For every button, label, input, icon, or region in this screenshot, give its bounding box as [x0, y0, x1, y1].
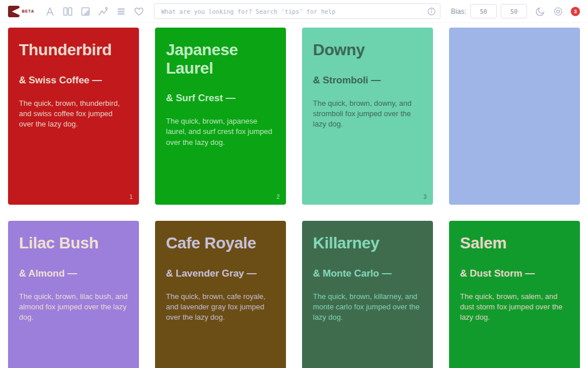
- card-title: Japanese Laurel: [166, 41, 275, 77]
- card-number: 3: [423, 194, 427, 200]
- card-sample-text: The quick, brown, downy, and stromboli f…: [313, 98, 422, 130]
- top-toolbar: BETA Bias:: [0, 0, 588, 23]
- bias-controls: Bias:: [451, 4, 527, 18]
- card-title: Killarney: [313, 234, 422, 252]
- color-card[interactable]: Downy & Stromboli — The quick, brown, do…: [302, 28, 433, 205]
- search-info-icon[interactable]: [427, 7, 436, 16]
- card-subtitle: & Monte Carlo —: [313, 268, 422, 279]
- dark-mode-moon-icon[interactable]: [535, 6, 546, 17]
- notification-badge[interactable]: 3: [571, 7, 580, 16]
- typography-view-icon[interactable]: [45, 6, 56, 17]
- card-sample-text: The quick, brown, cafe royale, and laven…: [166, 292, 275, 323]
- card-sample-text: The quick, brown, thunderbird, and swiss…: [19, 98, 128, 130]
- card-subtitle: & Dust Storm —: [460, 268, 569, 279]
- color-card[interactable]: Japanese Laurel & Surf Crest — The quick…: [155, 28, 286, 205]
- card-sample-text: The quick, brown, killarney, and monte c…: [313, 292, 422, 323]
- color-card[interactable]: Salem & Dust Storm — The quick, brown, s…: [449, 221, 580, 368]
- image-view-icon[interactable]: [80, 6, 91, 17]
- search-input[interactable]: [154, 3, 441, 19]
- color-card-grid: Thunderbird & Swiss Coffee — The quick, …: [0, 23, 588, 368]
- card-title: Thunderbird: [19, 41, 128, 59]
- bias-input-left[interactable]: [470, 4, 497, 18]
- card-title: Lilac Bush: [19, 234, 128, 252]
- card-subtitle: & Surf Crest —: [166, 93, 275, 104]
- card-subtitle: & Almond —: [19, 268, 128, 279]
- card-title: Cafe Royale: [166, 234, 275, 252]
- card-title: Salem: [460, 234, 569, 252]
- khroma-logo-icon: [8, 6, 20, 17]
- poster-view-icon[interactable]: [63, 6, 74, 17]
- color-card-loading[interactable]: [449, 28, 580, 205]
- card-number: 2: [276, 194, 280, 200]
- card-subtitle: & Stromboli —: [313, 75, 422, 86]
- toolbar-right: 3: [535, 6, 580, 17]
- card-sample-text: The quick, brown, salem, and dust storm …: [460, 292, 569, 323]
- settings-gear-icon[interactable]: [553, 6, 563, 17]
- bias-label: Bias:: [451, 7, 466, 16]
- card-subtitle: & Swiss Coffee —: [19, 75, 128, 86]
- color-card[interactable]: Thunderbird & Swiss Coffee — The quick, …: [8, 28, 139, 205]
- card-sample-text: The quick, brown, lilac bush, and almond…: [19, 292, 128, 323]
- beta-badge: BETA: [22, 9, 34, 13]
- palette-view-icon[interactable]: [116, 6, 127, 17]
- color-card[interactable]: Cafe Royale & Lavender Gray — The quick,…: [155, 221, 286, 368]
- color-card[interactable]: Killarney & Monte Carlo — The quick, bro…: [302, 221, 433, 368]
- gradient-view-icon[interactable]: [98, 6, 109, 17]
- card-number: 1: [129, 194, 133, 200]
- color-card[interactable]: Lilac Bush & Almond — The quick, brown, …: [8, 221, 139, 368]
- view-switcher: [45, 6, 145, 17]
- card-sample-text: The quick, brown, japanese laurel, and s…: [166, 116, 275, 148]
- bias-input-right[interactable]: [501, 4, 527, 18]
- card-title: Downy: [313, 41, 422, 59]
- search-bar: [154, 3, 441, 19]
- app-logo[interactable]: BETA: [8, 6, 34, 17]
- card-subtitle: & Lavender Gray —: [166, 268, 275, 279]
- favorites-heart-icon[interactable]: [134, 6, 145, 17]
